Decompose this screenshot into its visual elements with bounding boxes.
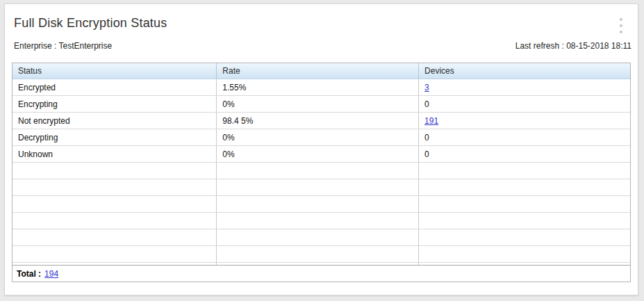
column-header-status: Status: [13, 63, 216, 79]
table-body: Encrypted 1.55% 3 Encrypting 0% 0 Not en…: [13, 79, 630, 265]
table-row-empty: [13, 246, 630, 263]
devices-cell: 0: [418, 146, 630, 162]
devices-count-link[interactable]: 3: [424, 83, 429, 92]
devices-cell: 191: [418, 113, 630, 129]
table-row-empty: [13, 213, 630, 229]
table-row-encrypting: Encrypting 0% 0: [13, 96, 630, 113]
panel-title: Full Disk Encryption Status: [14, 16, 628, 31]
table-row-decrypting: Decrypting 0% 0: [13, 129, 630, 146]
status-cell: Encrypted: [13, 79, 216, 95]
table-header-row: Status Rate Devices: [13, 63, 630, 79]
column-header-rate: Rate: [216, 63, 418, 79]
fde-status-panel: Full Disk Encryption Status Enterprise :…: [4, 3, 638, 295]
total-label: Total :: [17, 269, 41, 279]
panel-header: Full Disk Encryption Status: [5, 4, 638, 31]
panel-subheader: Enterprise : TestEnterprise Last refresh…: [5, 41, 638, 51]
status-cell: Decrypting: [13, 129, 216, 145]
devices-cell: 0: [418, 96, 630, 112]
kebab-dot: [620, 24, 622, 27]
table-row-empty: [13, 163, 630, 179]
rate-cell: 1.55%: [216, 79, 418, 95]
status-cell: Encrypting: [13, 96, 216, 112]
table-row-encrypted: Encrypted 1.55% 3: [13, 79, 630, 96]
rate-cell: 0%: [216, 146, 418, 162]
kebab-menu-icon[interactable]: [616, 17, 627, 35]
enterprise-label: Enterprise : TestEnterprise: [14, 41, 112, 51]
table-row-empty: [13, 179, 630, 196]
table-footer-row: Total : 194: [13, 265, 630, 282]
devices-count-link[interactable]: 191: [424, 116, 438, 126]
devices-cell: 0: [418, 129, 630, 145]
column-header-devices: Devices: [418, 63, 630, 79]
rate-cell: 0%: [216, 129, 418, 145]
status-cell: Unknown: [13, 146, 216, 162]
rate-cell: 98.4 5%: [216, 113, 418, 129]
status-cell: Not encrypted: [13, 113, 216, 129]
table-row-empty: [13, 229, 630, 246]
devices-cell: 3: [418, 79, 630, 95]
kebab-dot: [620, 18, 622, 21]
table-row-not-encrypted: Not encrypted 98.4 5% 191: [13, 113, 630, 129]
last-refresh-label: Last refresh : 08-15-2018 18:11: [515, 41, 631, 51]
kebab-dot: [620, 31, 622, 33]
table-row-unknown: Unknown 0% 0: [13, 146, 630, 163]
table-row-empty: [13, 196, 630, 213]
total-count-link[interactable]: 194: [44, 269, 58, 279]
rate-cell: 0%: [216, 96, 418, 112]
encryption-status-table: Status Rate Devices Encrypted 1.55% 3 En…: [12, 63, 631, 282]
